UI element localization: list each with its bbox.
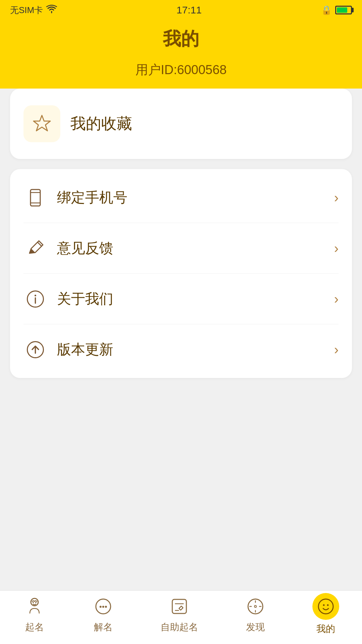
arrow-icon-update: › xyxy=(334,342,339,357)
chat-icon xyxy=(92,595,115,618)
nav-item-decode[interactable]: 解名 xyxy=(92,595,115,634)
status-right: 🔒 xyxy=(321,5,352,15)
nav-label-decode: 解名 xyxy=(94,621,113,634)
menu-item-update[interactable]: 版本更新 › xyxy=(23,324,339,375)
nav-item-discover[interactable]: 发现 xyxy=(244,595,267,634)
menu-item-about[interactable]: 关于我们 › xyxy=(23,274,339,324)
status-left: 无SIM卡 xyxy=(10,4,57,16)
svg-point-23 xyxy=(327,604,329,606)
menu-label-bind-phone: 绑定手机号 xyxy=(57,188,334,207)
svg-point-21 xyxy=(318,599,333,614)
upload-icon xyxy=(23,338,47,361)
star-icon-wrapper xyxy=(23,105,60,142)
favorites-label: 我的收藏 xyxy=(70,113,132,134)
battery-icon xyxy=(335,6,352,14)
menu-label-update: 版本更新 xyxy=(57,340,334,359)
svg-rect-0 xyxy=(31,190,40,206)
arrow-icon-feedback: › xyxy=(334,241,339,256)
svg-point-14 xyxy=(102,606,104,608)
nav-item-auto-naming[interactable]: 自助起名 xyxy=(161,595,198,634)
info-icon xyxy=(23,287,47,311)
nav-label-discover: 发现 xyxy=(246,621,265,634)
page-header: 我的 用户ID:6000568 xyxy=(0,20,362,99)
content-area: 我的收藏 绑定手机号 › xyxy=(0,89,362,378)
nav-item-mine[interactable]: 我的 xyxy=(312,593,339,635)
favorites-card[interactable]: 我的收藏 xyxy=(10,89,352,159)
bottom-nav: 起名 解名 自助起名 xyxy=(0,590,362,644)
menu-label-feedback: 意见反馈 xyxy=(57,239,334,258)
star-icon xyxy=(32,114,52,134)
nav-label-mine: 我的 xyxy=(316,623,335,635)
svg-point-10 xyxy=(33,602,34,603)
page-title: 我的 xyxy=(0,27,362,51)
svg-point-6 xyxy=(35,294,36,296)
edit-icon xyxy=(168,595,191,618)
menu-item-bind-phone[interactable]: 绑定手机号 › xyxy=(23,172,339,223)
lock-icon: 🔒 xyxy=(321,5,332,15)
face-icon xyxy=(317,598,335,615)
svg-point-15 xyxy=(105,606,107,608)
menu-item-feedback[interactable]: 意见反馈 › xyxy=(23,223,339,274)
pencil-icon xyxy=(23,236,47,260)
menu-card: 绑定手机号 › 意见反馈 › xyxy=(10,169,352,378)
nav-item-naming[interactable]: 起名 xyxy=(23,595,46,634)
svg-point-11 xyxy=(35,602,37,603)
baby-icon xyxy=(23,595,46,618)
nav-label-auto-naming: 自助起名 xyxy=(161,621,198,634)
status-bar: 无SIM卡 17:11 🔒 xyxy=(0,0,362,20)
menu-label-about: 关于我们 xyxy=(57,289,334,308)
phone-icon xyxy=(23,186,47,209)
compass-icon xyxy=(244,595,267,618)
arrow-icon-bind-phone: › xyxy=(334,190,339,205)
sim-status: 无SIM卡 xyxy=(10,4,43,16)
user-id: 用户ID:6000568 xyxy=(0,61,362,78)
svg-point-22 xyxy=(323,604,325,606)
svg-rect-16 xyxy=(172,599,186,613)
mine-active-bg xyxy=(312,593,339,620)
wifi-icon xyxy=(46,5,57,16)
status-time: 17:11 xyxy=(177,4,202,16)
svg-point-13 xyxy=(100,606,102,608)
arrow-icon-about: › xyxy=(334,291,339,307)
nav-label-naming: 起名 xyxy=(25,621,44,634)
favorites-item: 我的收藏 xyxy=(23,105,339,142)
